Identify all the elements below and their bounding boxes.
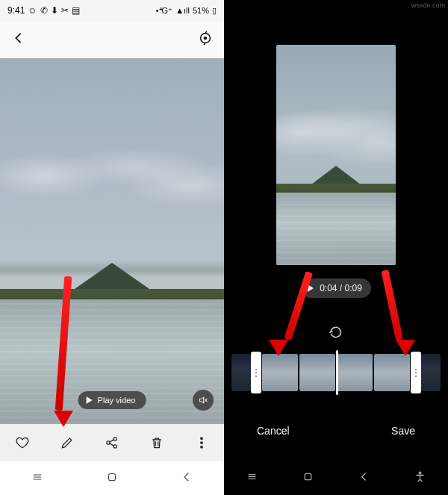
undo-button[interactable] <box>329 325 343 343</box>
svg-point-2 <box>107 441 110 444</box>
editor-action-bar: Cancel Save <box>224 420 448 441</box>
nav-back[interactable] <box>180 470 193 487</box>
phone-icon: ✆ <box>40 5 48 16</box>
bottom-action-bar <box>0 424 224 461</box>
navigation-bar <box>0 461 224 495</box>
signal-icon: ▲ıll <box>175 6 190 15</box>
delete-button[interactable] <box>142 428 172 458</box>
time-label: 0:04 / 0:09 <box>320 283 362 293</box>
rotate-smart-icon <box>197 30 214 46</box>
nav-accessibility[interactable] <box>414 470 426 486</box>
playhead[interactable] <box>336 350 338 395</box>
frame-thumb[interactable] <box>299 354 335 391</box>
favorite-button[interactable] <box>7 428 37 458</box>
more-button[interactable] <box>187 428 217 458</box>
save-button[interactable]: Save <box>388 420 418 441</box>
home-icon <box>105 470 119 484</box>
top-bar <box>0 21 224 58</box>
sdcard-icon: ▤ <box>72 5 80 16</box>
video-editor-screen: 0:04 / 0:09 ⋮ ⋮ Cancel Save <box>224 0 448 495</box>
trim-handle-right[interactable]: ⋮ <box>411 352 421 393</box>
chevron-left-icon <box>10 30 27 46</box>
heart-icon <box>15 435 30 450</box>
share-icon <box>105 435 119 450</box>
editor-preview[interactable] <box>276 45 396 265</box>
nav-home[interactable] <box>302 470 314 486</box>
svg-point-6 <box>201 442 203 444</box>
undo-icon <box>329 325 343 340</box>
edit-button[interactable] <box>52 428 82 458</box>
svg-point-4 <box>113 445 116 448</box>
frame-thumb[interactable] <box>374 354 410 391</box>
accessibility-icon <box>414 470 426 483</box>
network-indicator: •⁴G⁺ <box>156 6 172 16</box>
back-icon <box>180 470 193 484</box>
trash-icon <box>149 435 164 450</box>
download-icon: ⬇ <box>51 5 58 16</box>
play-video-button[interactable]: Play video <box>78 391 146 409</box>
smart-view-button[interactable] <box>197 30 214 49</box>
svg-point-7 <box>201 446 203 449</box>
svg-rect-8 <box>109 473 116 480</box>
battery-half-icon: ▯ <box>212 6 217 16</box>
gallery-viewer-screen: 9:41 ☺ ✆ ⬇ ✂ ▤ •⁴G⁺ ▲ıll 51% ▯ Play vid <box>0 0 224 495</box>
battery-text: 51% <box>193 6 209 15</box>
frame-thumb[interactable] <box>337 354 373 391</box>
whatsapp-icon: ☺ <box>28 5 37 16</box>
media-preview[interactable]: Play video <box>0 58 224 424</box>
svg-point-3 <box>113 438 116 440</box>
status-bar: 9:41 ☺ ✆ ⬇ ✂ ▤ •⁴G⁺ ▲ıll 51% ▯ <box>0 0 224 21</box>
pencil-icon <box>60 435 75 450</box>
nav-back[interactable] <box>358 470 370 486</box>
mute-button[interactable] <box>193 390 214 411</box>
play-time-button[interactable]: 0:04 / 0:09 <box>301 278 371 298</box>
cancel-button[interactable]: Cancel <box>254 420 293 441</box>
recents-icon <box>246 470 258 483</box>
home-icon <box>302 470 314 483</box>
play-icon <box>307 284 314 292</box>
nav-home[interactable] <box>105 470 119 487</box>
screenshot-icon: ✂ <box>61 5 69 16</box>
share-button[interactable] <box>97 428 127 458</box>
navigation-bar <box>224 461 448 495</box>
back-icon <box>358 470 370 483</box>
trim-handle-left[interactable]: ⋮ <box>251 352 261 393</box>
frame-excluded-left <box>231 354 251 391</box>
volume-off-icon <box>198 395 208 405</box>
trim-timeline: ⋮ ⋮ <box>231 352 441 393</box>
play-label: Play video <box>98 396 136 405</box>
recents-icon <box>31 470 44 484</box>
frame-excluded-right <box>421 354 441 391</box>
svg-point-5 <box>201 438 203 440</box>
nav-recents[interactable] <box>246 470 258 486</box>
more-vertical-icon <box>194 435 209 450</box>
svg-point-10 <box>419 472 421 474</box>
nav-recents[interactable] <box>31 470 44 487</box>
watermark: wsxdn.com <box>411 1 445 9</box>
svg-point-1 <box>204 37 208 40</box>
frame-thumb[interactable] <box>262 354 298 391</box>
status-time: 9:41 <box>7 5 25 16</box>
play-icon <box>86 396 93 404</box>
back-button[interactable] <box>10 30 27 49</box>
svg-rect-9 <box>305 473 311 480</box>
